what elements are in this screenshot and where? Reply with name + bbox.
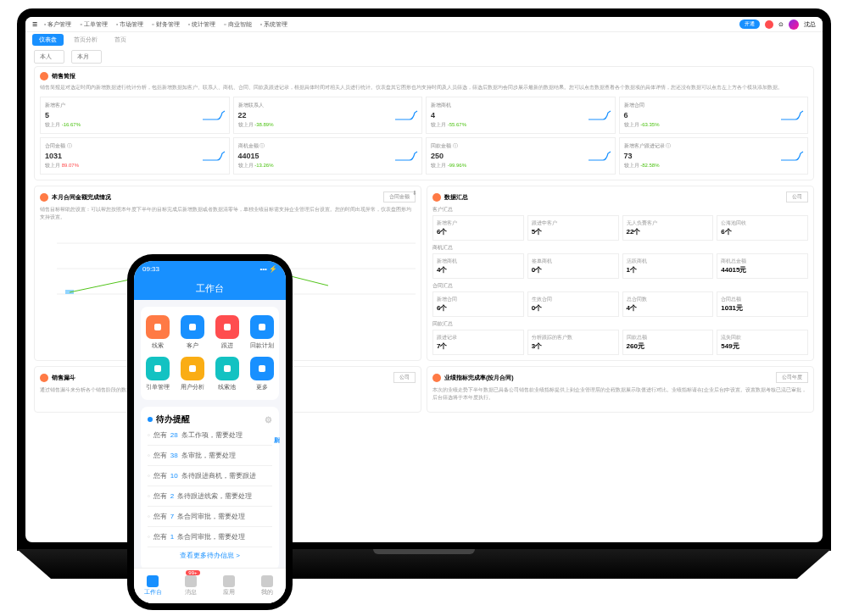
summary-value: 22个 [627,227,710,236]
summary-cell[interactable]: 跟进中客户5个 [527,215,619,241]
metric-card[interactable]: 新增联系人22较上月 -38.89% [233,97,423,134]
app-item[interactable]: 线索 [144,315,172,350]
gear-icon[interactable]: ⚙ [265,415,272,425]
tab-analysis[interactable]: 首页分析 [67,34,104,46]
tab-label: 应用 [223,588,235,597]
summary-label: 签单商机 [532,258,615,265]
metric-card[interactable]: 合同金额 ⓘ1031较上月 89.07% [40,137,230,175]
metric-card[interactable]: 新增商机4较上月 -55.67% [426,97,616,134]
avatar[interactable] [789,19,799,30]
phone-status-bar: 09:33 ••• ⚡ [134,261,286,276]
metric-card[interactable]: 新增客户5较上月 -16.67% [40,97,230,134]
summary-cell[interactable]: 新增客户6个 [432,215,524,241]
summary-cell[interactable]: 回款总额260元 [622,330,714,355]
metric-card[interactable]: 商机金额 ⓘ44015较上月 -13.26% [233,137,423,175]
tab-label: 我的 [261,588,273,597]
nav-item[interactable]: ▫ 统计管理 [188,20,215,29]
svg-rect-6 [224,324,231,330]
tab-label: 工作台 [144,588,162,597]
phone-tab[interactable]: 应用 [210,569,248,603]
tab-home[interactable]: 首页 [108,34,133,46]
nav-item[interactable]: ▫ 财务管理 [152,20,179,29]
sparkline-icon [588,150,611,162]
summary-cell[interactable]: 无人负责客户22个 [622,215,714,241]
upgrade-pill[interactable]: 开通 [739,19,760,29]
summary-cell[interactable]: 流失回款549元 [717,330,808,355]
app-icon [250,357,274,380]
download-icon[interactable]: ⬇ [412,190,417,197]
phone-tab[interactable]: 我的 [248,569,286,603]
summary-cell[interactable]: 跟进记录7个 [432,330,524,355]
sparkline-icon [394,150,418,162]
metric-card[interactable]: 新增合同6较上月 -63.35% [619,97,809,134]
summary-cell[interactable]: 合同总额1031元 [717,291,808,317]
todo-item[interactable]: ◦ 您有 2 条待跟进线索，需要处理 [148,486,272,507]
tab-dashboard[interactable]: 仪表盘 [32,34,64,46]
app-icon [146,315,170,339]
metric-value: 1031 [45,152,225,160]
more-link[interactable]: 查看更多待办信息 > [148,547,272,563]
svg-rect-5 [189,324,196,330]
summary-cell[interactable]: 签单商机0个 [527,253,619,279]
summary-title: 数据汇总 [444,193,468,202]
filter-person[interactable]: 本人 [34,50,64,64]
funnel-title: 销售漏斗 [52,374,75,382]
badge: 99+ [186,570,199,575]
app-item[interactable]: 用户分析 [179,357,207,391]
summary-cell[interactable]: 商机总金额44015元 [717,253,808,279]
summary-select[interactable]: 公司 [786,191,808,203]
summary-cell[interactable]: 总合同数4个 [622,291,714,317]
nav-item[interactable]: ▫ 市场管理 [116,20,143,29]
app-item[interactable]: 更多 [248,357,276,391]
summary-cell[interactable]: 活跃商机1个 [622,253,714,279]
app-grid: 线索客户跟进回款计划引单管理用户分析线索池更多 [141,307,279,400]
summary-section-title: 商机汇总 [432,244,808,252]
metric-label: 新增客户 [45,102,225,109]
flame-icon [40,193,48,202]
summary-cell[interactable]: 分析跟踪的客户数3个 [527,330,619,355]
metric-value: 6 [624,111,804,119]
phone-tab[interactable]: 消息99+ [172,569,210,603]
summary-value: 1个 [627,265,710,275]
nav-item[interactable]: ▫ 系统管理 [260,20,287,29]
metric-card[interactable]: 回款金额 ⓘ250较上月 -99.96% [426,137,616,175]
tab-icon [147,575,159,587]
summary-cell[interactable]: 新增商机4个 [432,253,524,279]
phone-tab[interactable]: 工作台 [134,569,172,603]
funnel-select[interactable]: 公司 [393,372,416,383]
todo-item[interactable]: ◦ 您有 7 条合同审批，需要处理 [148,507,272,527]
todo-item[interactable]: ◦ 您有 28 条工作项，需要处理 [148,425,272,446]
app-icon [146,357,170,380]
notification-badge[interactable] [765,20,773,29]
app-icon [250,315,274,339]
nav-item[interactable]: ▫ 工单管理 [80,20,107,29]
summary-cell[interactable]: 新增合同6个 [432,291,524,317]
summary-cell[interactable]: 公海池回收6个 [717,215,808,241]
app-item[interactable]: 跟进 [214,315,242,350]
tab-icon [185,575,197,587]
help-icon[interactable]: ⊙ [778,21,784,28]
todo-item[interactable]: ◦ 您有 1 条合同审批，需要处理 [148,527,272,547]
app-item[interactable]: 客户 [179,315,207,350]
todo-item[interactable]: ◦ 您有 10 条待跟进商机，需要跟进 [148,466,272,486]
phone-header: 工作台 [134,276,286,300]
summary-label: 流失回款 [721,334,804,341]
metric-value: 73 [624,152,804,160]
app-item[interactable]: 回款计划 [248,315,276,350]
app-item[interactable]: 引单管理 [144,357,172,391]
menu-icon[interactable]: ☰ [32,21,37,28]
app-item[interactable]: 线索池 [214,357,242,391]
svg-rect-8 [154,365,161,372]
summary-label: 新增商机 [437,258,520,265]
nav-item[interactable]: ▫ 商业智能 [224,20,251,29]
todo-item[interactable]: ◦ 您有 38 条审批，需要处理 [148,446,272,466]
metric-value: 5 [45,111,225,119]
filter-time[interactable]: 本月 [71,50,102,64]
summary-value: 549元 [721,341,804,351]
phone-frame: 09:33 ••• ⚡ 工作台 线索客户跟进回款计划引单管理用户分析线索池更多 … [127,254,293,610]
nav-item[interactable]: ▫ 客户管理 [44,20,71,29]
metric-card[interactable]: 新增客户跟进记录 ⓘ73较上月 -82.58% [619,137,809,175]
trend-select[interactable]: 公司年度 [776,372,808,383]
target-select[interactable]: 合同金额 [383,191,416,203]
summary-cell[interactable]: 生效合同0个 [527,291,619,317]
